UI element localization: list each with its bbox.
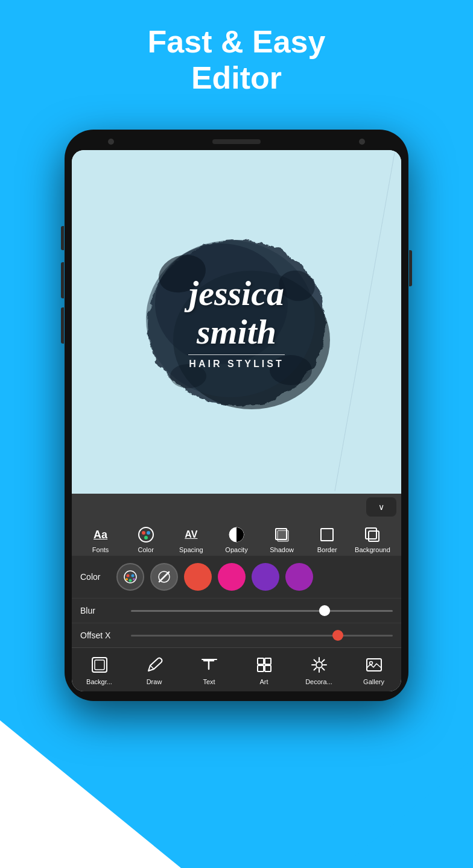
svg-point-23 — [133, 578, 135, 580]
svg-rect-32 — [265, 665, 271, 671]
color-purple[interactable] — [252, 563, 279, 591]
opacity-icon — [227, 525, 246, 544]
svg-line-39 — [322, 668, 325, 670]
nav-draw-icon — [144, 654, 165, 676]
border-label: Border — [317, 546, 337, 553]
toolbar-area: ∨ Aa Fonts Color — [72, 494, 401, 647]
card-diagonal-line — [335, 153, 395, 491]
svg-rect-30 — [265, 658, 271, 664]
fonts-icon: Aa — [91, 525, 110, 544]
tool-background[interactable]: Background — [350, 525, 395, 553]
svg-line-38 — [314, 660, 316, 662]
svg-point-33 — [316, 662, 322, 668]
blur-label: Blur — [80, 606, 122, 615]
no-color-button[interactable] — [150, 563, 178, 591]
tool-fonts[interactable]: Aa Fonts — [78, 525, 123, 553]
card-text-overlay: jessica smith HAIR STYLIST — [188, 274, 285, 370]
svg-point-11 — [144, 536, 148, 539]
svg-rect-31 — [258, 665, 264, 671]
shadow-icon — [272, 525, 291, 544]
card-subtitle: HAIR STYLIST — [188, 359, 285, 370]
collapse-button[interactable]: ∨ — [366, 497, 396, 517]
nav-decorations-label: Decora... — [305, 678, 332, 685]
svg-line-41 — [314, 668, 316, 670]
color-pink[interactable] — [218, 563, 246, 591]
nav-gallery-label: Gallery — [363, 678, 384, 685]
card-divider — [188, 354, 285, 355]
nav-gallery-icon — [363, 654, 385, 676]
svg-point-9 — [142, 531, 145, 535]
svg-line-24 — [159, 572, 169, 582]
tool-color[interactable]: Color — [123, 525, 168, 553]
card-name: jessica smith — [188, 274, 285, 351]
tool-shadow[interactable]: Shadow — [259, 525, 305, 553]
svg-point-19 — [127, 574, 130, 577]
offset-x-thumb[interactable] — [332, 630, 343, 641]
palette-button[interactable] — [116, 563, 144, 591]
phone-speaker — [212, 139, 261, 144]
background-label: Background — [355, 546, 390, 553]
tool-opacity[interactable]: Opacity — [214, 525, 259, 553]
watercolor-blob: jessica smith HAIR STYLIST — [134, 225, 339, 418]
svg-rect-27 — [95, 660, 104, 670]
offset-x-label: Offset X — [80, 631, 122, 640]
nav-decorations[interactable]: Decora... — [291, 654, 346, 685]
blur-track[interactable] — [131, 610, 393, 612]
nav-draw[interactable]: Draw — [127, 654, 182, 685]
svg-point-10 — [147, 531, 150, 535]
color-label: Color — [138, 546, 154, 553]
tool-border[interactable]: Border — [305, 525, 350, 553]
nav-art-label: Art — [259, 678, 268, 685]
tool-spacing[interactable]: AV Spacing — [168, 525, 214, 553]
svg-point-22 — [125, 578, 128, 580]
spacing-label: Spacing — [179, 546, 203, 553]
nav-background[interactable]: Backgr... — [72, 654, 127, 685]
svg-rect-15 — [321, 529, 333, 541]
opacity-label: Opacity — [225, 546, 247, 553]
nav-text[interactable]: Text — [182, 654, 237, 685]
phone-mockup: jessica smith HAIR STYLIST ∨ — [65, 130, 408, 701]
svg-point-21 — [129, 579, 132, 582]
volume-up-button — [61, 226, 64, 250]
offset-x-slider-row: Offset X — [72, 623, 401, 647]
nav-draw-label: Draw — [147, 678, 162, 685]
color-icon — [136, 525, 156, 544]
nav-gallery[interactable]: Gallery — [346, 654, 401, 685]
border-icon — [317, 525, 337, 544]
blur-thumb[interactable] — [319, 605, 330, 616]
front-camera-right — [359, 139, 365, 145]
svg-rect-16 — [366, 528, 376, 539]
tool-icons-row: Aa Fonts Color AV Spacing — [72, 520, 401, 556]
volume-down-button — [61, 262, 64, 298]
svg-rect-42 — [367, 659, 381, 671]
svg-line-28 — [150, 665, 154, 669]
nav-text-label: Text — [203, 678, 215, 685]
phone-screen: jessica smith HAIR STYLIST ∨ — [72, 150, 401, 691]
color-violet[interactable] — [285, 563, 313, 591]
spacing-icon: AV — [182, 525, 201, 544]
bixby-button — [61, 307, 64, 344]
nav-background-icon — [89, 654, 110, 676]
color-red[interactable] — [184, 563, 212, 591]
blur-slider-row: Blur — [72, 598, 401, 623]
nav-art[interactable]: Art — [237, 654, 291, 685]
shadow-label: Shadow — [270, 546, 294, 553]
nav-background-label: Backgr... — [86, 678, 112, 685]
color-row-label: Color — [80, 572, 110, 582]
bottom-nav: Backgr... Draw Text — [72, 647, 401, 691]
card-canvas[interactable]: jessica smith HAIR STYLIST — [72, 150, 401, 494]
headline: Fast & Easy Editor — [12, 24, 461, 96]
offset-x-track[interactable] — [131, 635, 393, 637]
power-button — [409, 250, 412, 286]
nav-text-icon — [198, 654, 220, 676]
nav-art-icon — [253, 654, 275, 676]
fonts-label: Fonts — [92, 546, 109, 553]
svg-rect-17 — [369, 531, 379, 541]
svg-point-20 — [132, 574, 135, 577]
phone-top-bar — [72, 139, 401, 150]
collapse-btn-row: ∨ — [72, 497, 401, 520]
background-icon — [363, 525, 382, 544]
svg-point-8 — [139, 527, 153, 542]
svg-rect-29 — [258, 658, 264, 664]
front-camera-left — [108, 139, 114, 145]
